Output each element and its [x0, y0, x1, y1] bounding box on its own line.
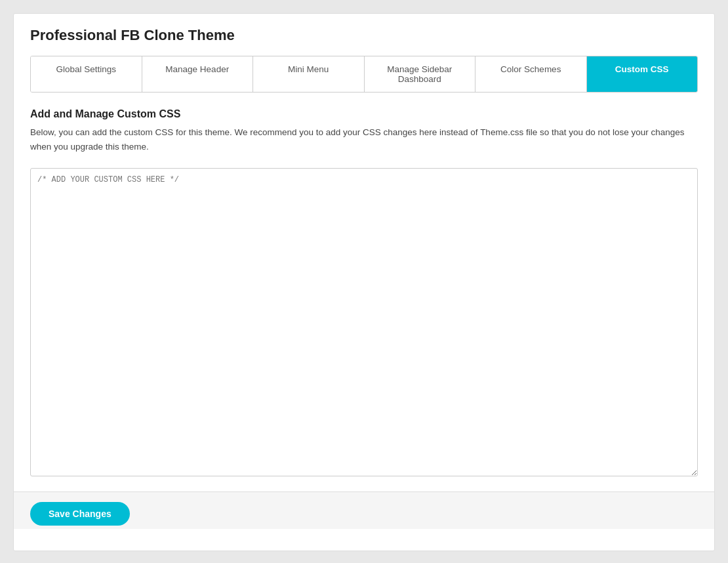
save-changes-button[interactable]: Save Changes [30, 502, 130, 526]
css-editor[interactable] [30, 168, 698, 476]
content-area: Add and Manage Custom CSS Below, you can… [30, 108, 698, 478]
tab-manage-header[interactable]: Manage Header [142, 56, 254, 92]
page-container: Professional FB Clone Theme Global Setti… [13, 13, 715, 551]
tab-manage-sidebar-dashboard[interactable]: Manage Sidebar Dashboard [365, 56, 476, 92]
tab-global-settings[interactable]: Global Settings [31, 56, 142, 92]
tab-mini-menu[interactable]: Mini Menu [253, 56, 365, 92]
section-title: Add and Manage Custom CSS [30, 108, 698, 120]
tab-color-schemes[interactable]: Color Schemes [475, 56, 587, 92]
page-title: Professional FB Clone Theme [30, 27, 698, 44]
footer-bar: Save Changes [14, 491, 714, 529]
section-description: Below, you can add the custom CSS for th… [30, 125, 698, 154]
tabs-container: Global Settings Manage Header Mini Menu … [30, 56, 698, 93]
tab-custom-css[interactable]: Custom CSS [587, 56, 698, 92]
